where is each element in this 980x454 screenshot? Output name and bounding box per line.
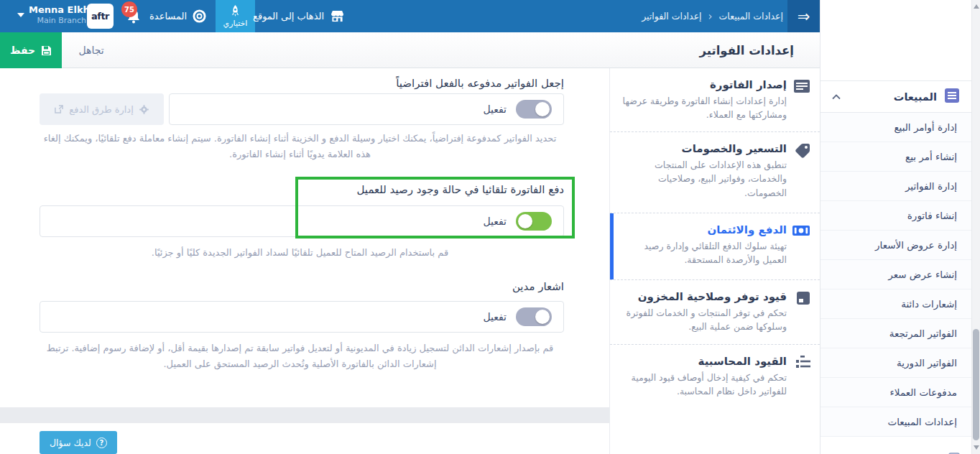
chevron-up-icon	[832, 94, 841, 100]
nav-section-desc: تحكم في توفر المنتجات و الخدمات للفوترة …	[620, 306, 787, 343]
field1-label: إجعل الفواتير مدفوعه بالفعل افتراضياً	[396, 77, 564, 90]
page-header: حفظ تجاهل إعدادات الفواتير	[0, 32, 820, 68]
sidebar-item-credit-notes[interactable]: إشعارات دائنة	[820, 289, 971, 319]
breadcrumb-parent[interactable]: إعدادات المبيعات	[719, 11, 783, 22]
user-menu[interactable]: Menna Elkholy Main Branch	[29, 4, 86, 25]
trial-label: اختياري	[223, 19, 248, 28]
nav-section-title: قيود توفر وصلاحية المخزون	[620, 290, 787, 303]
scrollbar-up-arrow-icon[interactable]	[974, 4, 979, 9]
nav-section-payment-credit[interactable]: الدفع والائتمان تهيئة سلوك الدفع التلقائ…	[610, 213, 820, 280]
gear-icon	[139, 105, 149, 114]
field3-toggle-box: تفعيل	[40, 301, 564, 333]
floppy-save-icon	[41, 45, 52, 56]
scrollbar-down-arrow-icon[interactable]	[974, 445, 979, 450]
sidebar-section-sales[interactable]: المبيعات	[820, 80, 971, 113]
toggle-knob	[535, 102, 550, 116]
field2-label: دفع الفاتورة تلقائيا في حالة وجود رصيد ل…	[357, 183, 565, 196]
toggle-knob	[518, 214, 532, 228]
nav-section-title: الدفع والائتمان	[620, 223, 787, 236]
banknote-icon	[792, 224, 810, 240]
sidebar-item-create-invoice[interactable]: إنشاء فاتورة	[820, 201, 971, 231]
nav-section-accounting-entries[interactable]: القيود المحاسبية تحكم في كيفية إدخال أوص…	[610, 345, 820, 409]
invoice-settings-form: إجعل الفواتير مدفوعه بالفعل افتراضياً تف…	[0, 68, 609, 454]
sidebar-section-title: المبيعات	[894, 91, 937, 103]
nav-section-desc: تحكم في كيفية إدخال أوصاف قيود اليومية ل…	[620, 371, 787, 407]
collapse-menu-button[interactable]: ⇒	[787, 0, 820, 32]
goto-site-label: الذهاب إلى الموقع	[253, 11, 324, 22]
field2-description: قم باستخدام الرصيد المتاح للعميل تلقائيً…	[36, 245, 564, 261]
sidebar-item-manage-invoices[interactable]: إدارة الفواتير	[820, 172, 971, 201]
sidebar-item-create-sale-order[interactable]: إنشاء أمر بيع	[820, 142, 971, 172]
manage-payment-methods-button[interactable]: إدارة طرق الدفع	[40, 93, 164, 125]
sidebar-section-pos[interactable]: نقاط البيع	[820, 438, 971, 454]
nav-section-pricing-discounts[interactable]: التسعير والخصومات تنطبق هذه الإعدادات عل…	[610, 132, 820, 213]
breadcrumb-chevron-icon: ‹	[708, 10, 713, 23]
help-label: المساعدة	[149, 11, 187, 22]
nav-section-desc: تهيئة سلوك الدفع التلقائي وإدارة رصيد ال…	[620, 239, 787, 276]
scrollbar-thumb[interactable]	[973, 329, 979, 440]
field3-label: اشعار مدين	[512, 280, 564, 293]
sidebar-item-returned-invoices[interactable]: الفواتير المرتجعة	[820, 319, 971, 348]
sidebar-item-sales-settings[interactable]: إعدادات المبيعات	[820, 407, 971, 437]
goto-site-button[interactable]: الذهاب إلى الموقع	[253, 0, 348, 32]
invoice-icon	[793, 79, 810, 96]
nav-section-title: القيود المحاسبية	[620, 355, 787, 368]
save-button[interactable]: حفظ	[0, 32, 62, 68]
tag-icon	[795, 143, 810, 162]
sidebar-item-manage-quotes[interactable]: إدارة عروض الأسعار	[820, 231, 971, 260]
field1-toggle-box: تفعيل	[169, 93, 564, 125]
sidebar-item-create-quote[interactable]: إنشاء عرض سعر	[820, 260, 971, 289]
nav-section-title: إصدار الفاتورة	[620, 78, 787, 91]
field1-toggle[interactable]	[516, 100, 552, 119]
page-title: إعدادات الفواتير	[647, 32, 820, 68]
nav-section-desc: تنطبق هذه الإعدادات على المنتجات والخدما…	[620, 158, 787, 208]
field2-toggle-label: تفعيل	[483, 216, 507, 227]
field3-description: قم بإصدار إشعارات الدائن لتسجيل زيادة في…	[36, 340, 564, 372]
sidebar-items: إدارة أوامر البيع إنشاء أمر بيع إدارة ال…	[820, 113, 971, 437]
discard-button[interactable]: تجاهل	[62, 32, 121, 68]
question-button-label: لديك سؤال	[50, 437, 91, 448]
settings-sections-nav: إصدار الفاتورة إدارة إعدادات إنشاء الفات…	[609, 68, 820, 454]
save-label: حفظ	[10, 45, 35, 56]
field2-toggle-box: تفعيل	[40, 205, 564, 237]
nav-section-desc: إدارة إعدادات إنشاء الفاتورة وطريقة عرضه…	[620, 94, 787, 131]
list-icon	[944, 88, 960, 106]
nav-section-invoice-issuing[interactable]: إصدار الفاتورة إدارة إعدادات إنشاء الفات…	[610, 68, 820, 132]
notifications-badge: 75	[121, 1, 137, 17]
field1-description: تحديد الفواتير كمدفوعة إفتراضياً، يمكنك …	[36, 131, 564, 162]
field3-toggle-label: تفعيل	[483, 311, 507, 323]
sales-sidebar: المبيعات إدارة أوامر البيع إنشاء أمر بيع…	[820, 0, 971, 454]
field2-toggle[interactable]	[516, 212, 552, 231]
top-bar: Menna Elkholy Main Branch aftr 75 المساع…	[0, 0, 820, 32]
section-divider-band	[0, 407, 609, 423]
help-button[interactable]: المساعدة	[149, 0, 206, 32]
storefront-icon	[330, 10, 344, 22]
user-menu-caret-icon[interactable]	[17, 13, 24, 17]
app-logo[interactable]: aftr	[87, 4, 114, 29]
field3-toggle[interactable]	[516, 307, 552, 326]
trial-button[interactable]: اختياري	[216, 0, 255, 32]
inventory-icon	[796, 291, 810, 308]
user-name: Menna Elkholy	[29, 4, 86, 15]
nav-section-inventory-constraints[interactable]: قيود توفر وصلاحية المخزون تحكم في توفر ا…	[610, 280, 820, 345]
nav-section-title: التسعير والخصومات	[620, 142, 787, 155]
external-link-icon	[55, 105, 63, 114]
breadcrumb: إعدادات المبيعات ‹ إعدادات الفواتير	[616, 0, 783, 32]
sidebar-item-recurring-invoices[interactable]: الفواتير الدورية	[820, 348, 971, 378]
manage-payment-methods-label: إدارة طرق الدفع	[69, 104, 134, 115]
field1-toggle-label: تفعيل	[483, 103, 507, 115]
journal-icon	[796, 356, 810, 371]
breadcrumb-current: إعدادات الفواتير	[642, 11, 701, 22]
have-a-question-button[interactable]: لديك سؤال ?	[40, 431, 117, 454]
window-scrollbar[interactable]	[971, 0, 980, 454]
sidebar-item-client-payments[interactable]: مدفوعات العملاء	[820, 378, 971, 407]
rocket-icon	[230, 5, 241, 17]
app-logo-text: aftr	[91, 11, 109, 22]
collapse-arrow-icon: ⇒	[798, 8, 810, 25]
toggle-knob	[535, 310, 550, 324]
sidebar-item-manage-sale-orders[interactable]: إدارة أوامر البيع	[820, 113, 971, 142]
life-ring-icon	[193, 9, 206, 23]
user-branch: Main Branch	[29, 16, 86, 25]
question-mark-icon: ?	[96, 437, 107, 448]
